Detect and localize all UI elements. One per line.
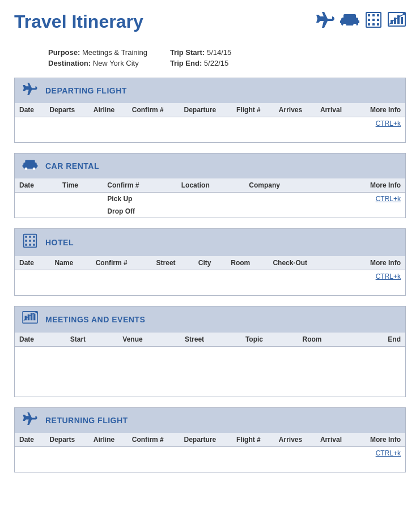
hotel-header-row: Date Name Confirm # Street City Room Che…: [15, 256, 405, 270]
col-confirm: Confirm #: [128, 433, 180, 447]
car-rental-title: CAR RENTAL: [45, 161, 99, 171]
hotel-icon: [365, 11, 382, 32]
svg-rect-15: [377, 23, 379, 25]
trip-start-value: 5/14/15: [207, 48, 231, 57]
col-flight: Flight #: [232, 433, 274, 447]
returning-plane-icon: [22, 412, 39, 428]
col-arrival: Arrival: [316, 103, 355, 117]
car-rental-pickup-row: Pick Up CTRL+k: [15, 193, 405, 206]
returning-flight-header: RETURNING FLIGHT: [15, 408, 405, 433]
car-rental-dropoff-row: Drop Off: [15, 205, 405, 218]
col-venue: Venue: [118, 333, 180, 347]
trip-info-right: Trip Start: 5/14/15 Trip End: 5/22/15: [170, 48, 231, 67]
col-departs: Departs: [45, 433, 89, 447]
col-start: Start: [66, 333, 118, 347]
car-rental-header: CAR RENTAL: [15, 154, 405, 178]
departing-flight-data-row: CTRL+k: [15, 117, 405, 130]
returning-flight-ctrl-link[interactable]: CTRL+k: [376, 449, 401, 457]
meetings-title: MEETINGS AND EVENTS: [45, 315, 145, 324]
svg-point-25: [33, 168, 36, 171]
svg-point-24: [25, 168, 28, 171]
col-arrives: Arrives: [274, 433, 316, 447]
pickup-label: Pick Up: [107, 195, 132, 203]
purpose-row: Purpose: Meetings & Training: [48, 48, 147, 57]
departing-flight-title: DEPARTING FLIGHT: [45, 86, 127, 95]
svg-rect-31: [33, 236, 35, 237]
col-flight: Flight #: [232, 103, 274, 117]
car-rental-header-row: Date Time Confirm # Location Company Mor…: [15, 178, 405, 193]
car-rental-ctrl-link[interactable]: CTRL+k: [376, 195, 401, 203]
departing-flight-empty-row: [15, 130, 405, 142]
col-room: Room: [226, 256, 268, 270]
svg-rect-11: [372, 19, 375, 21]
purpose-value: Meetings & Training: [82, 48, 147, 57]
col-street: Street: [180, 333, 241, 347]
trip-info-left: Purpose: Meetings & Training Destination…: [48, 48, 147, 67]
trip-end-label: Trip End:: [170, 59, 202, 67]
car-rental-icon: [22, 158, 39, 174]
svg-rect-5: [357, 20, 359, 23]
col-checkout: Check-Out: [268, 256, 333, 270]
returning-flight-table: Date Departs Airline Confirm # Departure…: [15, 433, 405, 472]
car-rental-table: Date Time Confirm # Location Company Mor…: [15, 178, 405, 218]
svg-rect-8: [372, 14, 375, 16]
trip-start-label: Trip Start:: [170, 48, 205, 57]
col-street: Street: [152, 256, 194, 270]
col-confirm: Confirm #: [128, 103, 180, 117]
trip-start-row: Trip Start: 5/14/15: [170, 48, 231, 57]
meetings-icon: [22, 311, 39, 328]
departing-plane-icon: [22, 83, 39, 99]
returning-flight-title: RETURNING FLIGHT: [45, 416, 128, 425]
col-more-info: More Info: [346, 256, 405, 270]
svg-rect-23: [25, 160, 35, 164]
page-header: Travel Itinerary: [14, 11, 406, 38]
svg-rect-7: [368, 14, 370, 16]
car-icon: [340, 12, 359, 32]
car-rental-section: CAR RENTAL Date Time Confirm # Location …: [14, 153, 406, 218]
col-departure: Departure: [180, 103, 232, 117]
col-confirm: Confirm #: [91, 256, 152, 270]
svg-rect-42: [33, 314, 35, 320]
destination-row: Destination: New York City: [48, 59, 147, 67]
svg-rect-33: [29, 240, 31, 241]
hotel-ctrl-link[interactable]: CTRL+k: [376, 272, 401, 280]
svg-rect-26: [23, 165, 24, 167]
page-title: Travel Itinerary: [14, 11, 143, 32]
svg-rect-10: [368, 19, 370, 21]
svg-rect-35: [25, 244, 27, 245]
hotel-header: HOTEL: [15, 229, 405, 256]
col-date: Date: [15, 178, 58, 193]
col-topic: Topic: [241, 333, 298, 347]
col-airline: Airline: [89, 433, 128, 447]
trip-end-row: Trip End: 5/22/15: [170, 59, 231, 67]
svg-rect-4: [340, 20, 342, 23]
svg-rect-20: [401, 17, 403, 24]
returning-flight-header-row: Date Departs Airline Confirm # Departure…: [15, 433, 405, 447]
col-date: Date: [15, 256, 50, 270]
col-airline: Airline: [89, 103, 128, 117]
trip-end-value: 5/22/15: [204, 59, 228, 67]
col-departure: Departure: [180, 433, 232, 447]
hotel-table: Date Name Confirm # Street City Room Che…: [15, 256, 405, 295]
svg-rect-12: [377, 19, 379, 21]
svg-rect-1: [343, 14, 356, 19]
header-icons: [316, 11, 406, 32]
plane-icon: [316, 12, 334, 32]
departing-flight-header: DEPARTING FLIGHT: [15, 78, 405, 103]
destination-value: New York City: [93, 59, 139, 67]
svg-rect-13: [368, 23, 370, 25]
returning-flight-section: RETURNING FLIGHT Date Departs Airline Co…: [14, 407, 406, 472]
svg-rect-14: [372, 23, 375, 25]
col-confirm: Confirm #: [103, 178, 176, 193]
meetings-section: MEETINGS AND EVENTS Date Start Venue Str…: [14, 306, 406, 397]
meetings-header-row: Date Start Venue Street Topic Room End: [15, 333, 405, 347]
departing-flight-header-row: Date Departs Airline Confirm # Departure…: [15, 103, 405, 117]
svg-rect-36: [29, 244, 31, 245]
departing-flight-ctrl-link[interactable]: CTRL+k: [376, 120, 401, 127]
departing-flight-table: Date Departs Airline Confirm # Departure…: [15, 103, 405, 142]
returning-flight-data-row: CTRL+k: [15, 446, 405, 459]
col-location: Location: [177, 178, 245, 193]
svg-rect-27: [36, 165, 37, 167]
svg-rect-37: [33, 244, 35, 245]
col-departs: Departs: [45, 103, 89, 117]
